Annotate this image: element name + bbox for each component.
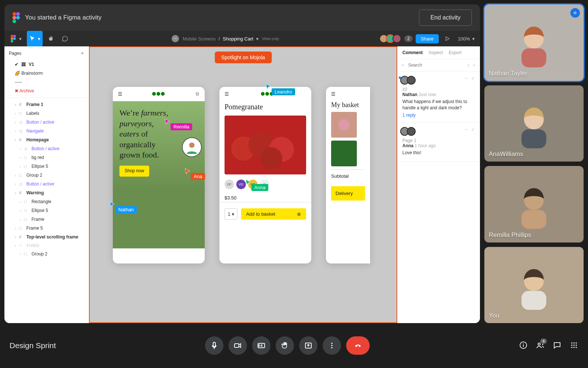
figma-menu-button[interactable]: ▾ (7, 31, 24, 46)
end-activity-button[interactable]: End activity (419, 10, 472, 26)
comment-thread[interactable]: ⋯ ✓ Page 1 Anna 1 hour ago Love this! (397, 123, 480, 162)
meeting-dock: Design Sprint 4 (0, 328, 588, 364)
participant-tile[interactable]: You (484, 247, 584, 323)
svg-point-33 (571, 347, 573, 348)
zoom-menu[interactable]: 100% ▾ (456, 31, 477, 46)
project-name[interactable]: Mobile Screens (183, 36, 216, 42)
captions-button[interactable] (252, 336, 270, 355)
comment-search-input[interactable] (408, 62, 464, 68)
svg-point-32 (576, 344, 577, 346)
qty-selector[interactable]: 1▾ (225, 208, 237, 220)
participant-name: AnaWilliams (489, 151, 523, 158)
hand-tool-button[interactable] (46, 31, 57, 46)
settings-icon[interactable] (473, 63, 476, 68)
raise-hand-button[interactable] (276, 336, 294, 355)
layers-panel[interactable]: Pages ＋ ✔🖼V1 🌈 Brainstorm ----- ✖ Archiv… (4, 46, 89, 323)
camera-button[interactable] (229, 336, 247, 355)
svg-point-9 (474, 65, 474, 66)
layer-item[interactable]: ›□Frame (4, 215, 89, 224)
layer-item[interactable]: ›◇Button / active (4, 180, 89, 188)
spotlight-banner[interactable]: Spotlight on Mojola (215, 52, 272, 63)
basket-item (331, 141, 357, 166)
layer-item[interactable]: ›◇Navigate (4, 127, 89, 135)
chat-button[interactable] (553, 341, 562, 351)
layer-item[interactable]: ›#Warning (4, 188, 89, 197)
figma-canvas[interactable]: Spotlight on Mojola ☰ We’re farmers, pur… (89, 46, 397, 323)
layer-item[interactable]: ›□Labels (4, 109, 89, 118)
layer-item[interactable]: ›□bg red (4, 153, 89, 162)
shared-activity-stage: You started a Figma activity End activit… (4, 4, 480, 323)
shop-now-button[interactable]: Shop now (119, 166, 149, 177)
more-options-button[interactable] (323, 336, 341, 355)
viewer-count-badge[interactable]: 2 (404, 35, 413, 42)
present-button[interactable] (442, 31, 453, 46)
participant-tile[interactable]: Remilla Phillips (484, 166, 584, 243)
svg-point-30 (571, 344, 573, 346)
layer-item[interactable]: ›□Ellipse 5 (4, 206, 89, 215)
layer-item[interactable]: ›#Top-level scrolling frame (4, 233, 89, 241)
participant-tile[interactable]: AnaWilliams (484, 85, 584, 162)
product-title: Pomegranate (219, 101, 311, 113)
participant-tiles: Nathan Tayler AnaWilliams Remilla Philli… (484, 4, 584, 323)
svg-point-0 (189, 142, 195, 148)
layer-item[interactable]: ›□Group 2 (4, 171, 89, 180)
svg-point-6 (402, 64, 404, 66)
layer-item[interactable]: ›□Frame 5 (4, 224, 89, 233)
participants-button[interactable]: 4 (536, 341, 545, 351)
svg-point-31 (573, 344, 575, 346)
comment-thread[interactable]: ⋯ ✓ #2 Nathan Just now What happens if w… (397, 71, 480, 123)
cart-icon (195, 92, 200, 96)
artboard-product[interactable]: ☰ Pomegranate DF VG GF K $3.50 (219, 87, 311, 263)
participant-tile[interactable]: Nathan Tayler (484, 4, 584, 81)
artboard-basket[interactable]: ☰ My basket Subtotal Delivery (326, 87, 370, 263)
tab-inspect[interactable]: Inspect (429, 50, 443, 55)
move-tool-button[interactable]: ▾ (27, 31, 43, 46)
svg-point-34 (573, 347, 575, 348)
svg-rect-15 (521, 210, 546, 229)
svg-point-8 (473, 65, 474, 65)
collaborator-avatars[interactable] (381, 34, 401, 43)
meeting-info-button[interactable] (519, 341, 528, 351)
pages-header: Pages (9, 51, 21, 56)
activities-button[interactable] (570, 341, 578, 351)
svg-point-35 (576, 347, 577, 348)
add-to-basket-button[interactable]: Add to basket⊕ (241, 208, 306, 220)
layer-item[interactable]: ›#Frame 1 (4, 100, 89, 109)
tab-comment[interactable]: Comment (402, 50, 423, 55)
product-image (225, 116, 306, 174)
svg-rect-19 (234, 344, 239, 347)
basket-title: My basket (331, 101, 365, 109)
layer-item[interactable]: ›□Ellipse 5 (4, 162, 89, 171)
avatar (183, 138, 201, 156)
tab-export[interactable]: Export (449, 50, 462, 55)
file-name[interactable]: Shopping Cart (223, 36, 253, 42)
filter-icon[interactable] (467, 63, 470, 68)
layer-item[interactable]: ›□Group 2 (4, 250, 89, 258)
svg-point-10 (474, 64, 475, 65)
comment-tool-button[interactable] (60, 31, 71, 46)
svg-point-7 (467, 64, 469, 66)
collaborator-cursor: Leandro (265, 83, 295, 95)
figma-logo-icon (12, 12, 20, 23)
layer-item[interactable]: ›◇Button / active (4, 144, 89, 153)
layer-item[interactable]: ›#Homepage (4, 135, 89, 144)
present-screen-button[interactable] (299, 336, 318, 355)
activity-banner: You started a Figma activity End activit… (4, 4, 480, 31)
collaborator-cursor: Remilla (164, 118, 192, 130)
layer-item[interactable]: ›◇Button / active (4, 118, 89, 127)
delivery-button[interactable]: Delivery (331, 186, 365, 201)
svg-point-22 (331, 343, 333, 344)
svg-rect-13 (521, 129, 546, 148)
share-button[interactable]: Share (416, 34, 439, 43)
team-icon: ••• (171, 34, 180, 43)
add-page-button[interactable]: ＋ (80, 50, 85, 56)
svg-point-28 (573, 342, 575, 344)
participant-name: Nathan Tayler (489, 70, 527, 77)
participant-name: Remilla Phillips (489, 231, 531, 239)
hangup-button[interactable] (346, 336, 370, 355)
menu-icon: ☰ (118, 91, 122, 97)
layer-item[interactable]: ›□FIXED (4, 241, 89, 250)
layer-item[interactable]: ›□Rectangle (4, 197, 89, 206)
participant-name: You (489, 312, 499, 319)
mic-button[interactable] (205, 336, 223, 355)
